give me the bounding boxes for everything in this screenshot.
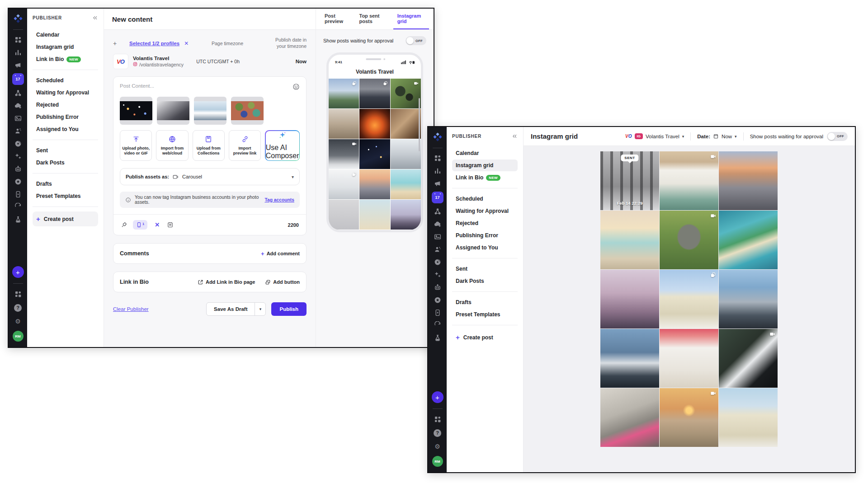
robot-icon[interactable] (433, 283, 443, 292)
sidebar-item-link-in-bio[interactable]: Link in BioNEW (33, 53, 98, 65)
phone-tile-snow-wave[interactable] (329, 169, 359, 199)
sidebar-item-assigned-to-you[interactable]: Assigned to You (33, 123, 98, 135)
collapse-sidebar-icon[interactable] (512, 133, 518, 139)
avatar[interactable]: RM (432, 456, 443, 467)
robot-icon[interactable] (13, 164, 23, 174)
publish-button[interactable]: Publish (271, 302, 307, 316)
tag-accounts-link[interactable]: Tag accounts (264, 197, 294, 202)
tab-top-sent-posts[interactable]: Top sent posts (355, 9, 391, 29)
close-icon[interactable]: ✕ (153, 221, 161, 228)
phone-tile-beach-aqua[interactable] (391, 169, 421, 199)
add-comment-button[interactable]: +Add comment (261, 250, 300, 257)
sidebar-item-calendar[interactable]: Calendar (452, 147, 518, 159)
phone-tile-fire-swirl[interactable] (359, 109, 390, 139)
post-content-input[interactable]: Post Content... (120, 83, 154, 89)
phone-tile-city-dusk[interactable] (359, 169, 390, 199)
grid-post-penguin[interactable] (719, 329, 778, 388)
loop-icon[interactable] (433, 321, 443, 330)
selected-profiles-link[interactable]: Selected 1/2 profiles (129, 41, 179, 46)
phone-tile-dark-beach[interactable] (359, 79, 390, 108)
sidebar-item-publishing-error[interactable]: Publishing Error (452, 230, 518, 241)
clear-profiles-icon[interactable]: ✕ (184, 40, 189, 47)
phone-tile-hourglass[interactable] (329, 109, 359, 139)
publish-assets-select[interactable]: Publish assets as: Carousel ▾ (120, 168, 300, 185)
sidebar-item-instagram-grid[interactable]: Instagram grid (452, 160, 518, 171)
disc-icon[interactable] (433, 258, 443, 267)
sidebar-item-scheduled[interactable]: Scheduled (33, 75, 98, 86)
calendar-17-icon[interactable]: 17 (12, 73, 24, 85)
sidebar-item-instagram-grid[interactable]: Instagram grid (33, 41, 98, 53)
import-from-web-cloud-button[interactable]: Import from web/cloud (156, 130, 188, 161)
phone-scrollbar[interactable] (419, 98, 420, 151)
add-button-button[interactable]: Add button (265, 279, 300, 285)
grid-post-elephant[interactable] (660, 211, 718, 269)
grid-post-gray-forest[interactable]: SENTFeb 14 22:29 (600, 151, 659, 210)
sidebar-item-waiting-for-approval[interactable]: Waiting for Approval (33, 87, 98, 99)
grid-post-future-train[interactable] (600, 329, 659, 388)
create-post-button[interactable]: +Create post (452, 330, 518, 345)
sidebar-item-sent[interactable]: Sent (452, 263, 518, 275)
cloudplus-icon[interactable] (13, 101, 23, 110)
stars-icon[interactable] (433, 270, 443, 279)
chart-icon[interactable] (13, 48, 23, 57)
sidebar-item-drafts[interactable]: Drafts (452, 296, 518, 308)
phone-tile-bottles[interactable] (391, 109, 421, 139)
person-icon[interactable] (13, 127, 23, 136)
gear-icon[interactable]: ⚙ (433, 442, 442, 451)
grid-post-beach-sunset[interactable] (600, 211, 659, 269)
loop-icon[interactable] (13, 202, 23, 211)
tab-post-preview[interactable]: Post preview (321, 9, 353, 29)
sidebar-item-scheduled[interactable]: Scheduled (452, 193, 518, 205)
asset-thumb-snowy-mountains[interactable] (194, 97, 226, 125)
grid-post-ocean-sunset[interactable] (660, 388, 718, 447)
grid-post-person-map-2[interactable] (719, 388, 778, 447)
sidebar-item-preset-templates[interactable]: Preset Templates (452, 309, 518, 320)
date-filter[interactable]: Date: Now ▾ (697, 133, 736, 139)
share-icon[interactable] (13, 89, 23, 98)
sidebar-item-sent[interactable]: Sent (33, 145, 98, 156)
sidebar-item-assigned-to-you[interactable]: Assigned to You (452, 242, 518, 253)
help-icon[interactable]: ? (433, 428, 442, 437)
sidebar-item-drafts[interactable]: Drafts (33, 178, 98, 190)
sidebar-item-publishing-error[interactable]: Publishing Error (33, 111, 98, 123)
calendar-note-icon[interactable] (167, 221, 174, 228)
phoneplay-icon[interactable] (433, 308, 443, 317)
apps-icon[interactable] (433, 154, 443, 163)
phoneplay-icon[interactable] (13, 190, 23, 199)
phone-tile-mountain-sky[interactable] (329, 79, 359, 108)
flask-icon[interactable] (13, 215, 23, 224)
add-link-in-bio-button[interactable]: Add Link in Bio page (198, 279, 255, 285)
calendar-17-icon[interactable]: 17 (432, 192, 443, 203)
phone-tile-pale-beach[interactable] (359, 200, 390, 230)
sidebar-item-rejected[interactable]: Rejected (452, 217, 518, 229)
apps-icon[interactable] (13, 35, 23, 44)
approval-toggle[interactable]: OFF (827, 132, 848, 141)
disc-icon[interactable] (13, 139, 23, 148)
megaphone-icon[interactable] (433, 179, 443, 188)
tab-instagram-grid[interactable]: Instagram grid (393, 9, 429, 29)
chart-icon[interactable] (433, 166, 443, 175)
sidebar-item-calendar[interactable]: Calendar (33, 29, 98, 41)
help-icon[interactable]: ? (14, 303, 23, 312)
phone-tile-eiffel[interactable] (391, 200, 421, 230)
phone-tile-winter-forest[interactable] (329, 139, 359, 169)
phone-tile-pale-gray[interactable] (329, 200, 359, 230)
megaphone-icon[interactable] (13, 61, 23, 70)
pin-icon[interactable] (121, 221, 127, 228)
device-preview-chip[interactable]: 1 (133, 220, 147, 230)
share-icon[interactable] (433, 207, 443, 216)
sidebar-item-dark-posts[interactable]: Dark Posts (452, 275, 518, 287)
clear-publisher-link[interactable]: Clear Publisher (113, 306, 149, 312)
starbadge-icon[interactable] (13, 177, 23, 186)
sidebar-item-preset-templates[interactable]: Preset Templates (33, 190, 98, 202)
person-icon[interactable] (433, 245, 443, 254)
cloudplus-icon[interactable] (433, 220, 443, 229)
add-profile-button[interactable]: + (113, 40, 123, 47)
asset-thumb-galaxy[interactable] (120, 97, 152, 125)
create-post-button[interactable]: +Create post (33, 211, 98, 226)
approval-toggle[interactable]: OFF (406, 36, 426, 45)
phone-tile-galaxy[interactable] (359, 139, 390, 169)
phone-tile-snowy-trees[interactable] (391, 139, 421, 169)
grid-post-person-map[interactable] (660, 270, 718, 328)
image-icon[interactable] (13, 114, 23, 123)
